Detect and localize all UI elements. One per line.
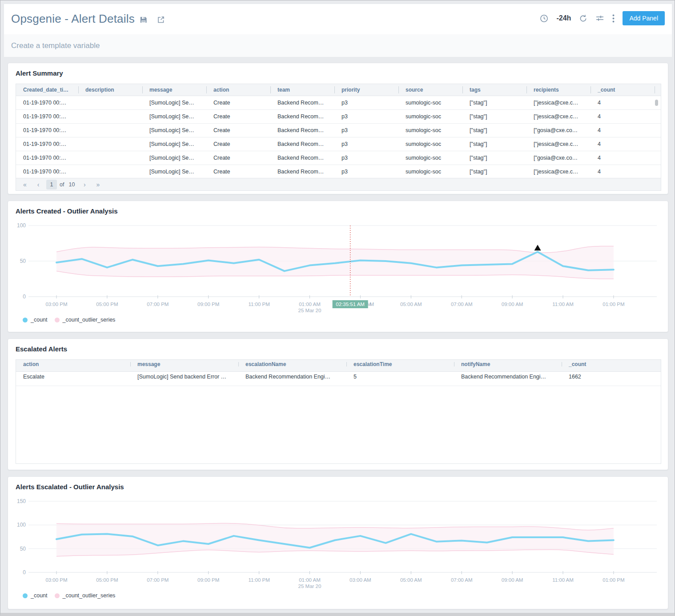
table-cell: [SumoLogic] Se… xyxy=(142,137,206,151)
alerts-escalated-outlier-panel: Alerts Escalated - Outlier Analysis 0501… xyxy=(8,476,668,609)
chart-canvas[interactable]: 05010015003:00 PM05:00 PM07:00 PM09:00 P… xyxy=(8,495,669,590)
table-row[interactable]: 01-19-1970 00:…[SumoLogic] Se…CreateBack… xyxy=(16,124,661,137)
table-scrollbar-thumb[interactable] xyxy=(655,100,658,106)
svg-text:07:00 AM: 07:00 AM xyxy=(451,302,473,307)
svg-text:05:00 AM: 05:00 AM xyxy=(400,302,422,307)
pagination-current-page[interactable]: 1 xyxy=(46,180,57,189)
svg-text:03:00 AM: 03:00 AM xyxy=(350,577,371,583)
chart-legend: _count _count_outlier_series xyxy=(23,317,115,323)
column-header-description[interactable]: description xyxy=(78,84,142,96)
column-header-team[interactable]: team xyxy=(270,84,334,96)
table-cell: ["jessica@cxe.c… xyxy=(526,110,591,123)
table-row[interactable]: 01-19-1970 00:…[SumoLogic] Se…CreateBack… xyxy=(16,110,661,124)
svg-text:25 Mar 20: 25 Mar 20 xyxy=(298,584,321,589)
column-header-tags[interactable]: tags xyxy=(462,84,526,96)
table-cell: 4 xyxy=(591,124,655,137)
column-header-escalationtime[interactable]: escalationTime xyxy=(346,360,454,369)
table-cell: [SumoLogic] Se… xyxy=(142,110,206,123)
escalated-alerts-table: actionmessageescalationNameescalationTim… xyxy=(16,359,661,464)
legend-item-outlier-series[interactable]: _count_outlier_series xyxy=(55,317,116,323)
column-header-action[interactable]: action xyxy=(206,84,270,96)
svg-text:50: 50 xyxy=(20,258,26,264)
svg-text:11:00 AM: 11:00 AM xyxy=(552,577,574,583)
pagination-last-button[interactable]: » xyxy=(92,180,103,189)
svg-text:07:00 PM: 07:00 PM xyxy=(147,302,169,307)
column-header-message[interactable]: message xyxy=(142,84,206,96)
svg-text:01:00 AM: 01:00 AM xyxy=(299,302,321,307)
table-row[interactable]: 01-19-1970 00:…[SumoLogic] Se…CreateBack… xyxy=(16,137,661,151)
pagination-next-button[interactable]: › xyxy=(79,180,90,189)
svg-text:01:00 AM: 01:00 AM xyxy=(299,577,321,583)
svg-text:0: 0 xyxy=(23,294,26,300)
svg-text:0: 0 xyxy=(23,569,26,576)
table-cell: ["jessica@cxe.c… xyxy=(526,165,591,178)
export-icon[interactable] xyxy=(157,16,165,24)
table-cell: Backend Recom… xyxy=(270,137,334,151)
table-cell: [SumoLogic] Se… xyxy=(142,165,206,178)
table-row[interactable]: Escalate[SumoLogic] Send backend Error …… xyxy=(16,372,661,386)
table-cell: 5 xyxy=(346,372,454,382)
alert-summary-table: Created_date_ti…descriptionmessageaction… xyxy=(16,84,661,191)
column-header-recipients[interactable]: recipients xyxy=(526,84,591,96)
kebab-menu-icon[interactable] xyxy=(612,14,615,23)
svg-text:150: 150 xyxy=(17,498,26,504)
table-cell: ["jessica@cxe.c… xyxy=(526,137,591,151)
svg-text:02:35:51 AM: 02:35:51 AM xyxy=(336,302,365,307)
column-header-notifyname[interactable]: notifyName xyxy=(454,360,562,369)
add-panel-button[interactable]: Add Panel xyxy=(623,11,665,25)
svg-text:05:00 PM: 05:00 PM xyxy=(96,302,118,307)
table-body: Escalate[SumoLogic] Send backend Error …… xyxy=(16,372,661,386)
table-cell: [SumoLogic] Send backend Error … xyxy=(130,372,238,382)
refresh-icon[interactable] xyxy=(579,14,587,23)
column-header-created-date-ti[interactable]: Created_date_ti… xyxy=(16,84,78,96)
legend-item-count[interactable]: _count xyxy=(23,317,48,323)
table-cell: ["jessica@cxe.c… xyxy=(526,96,591,109)
legend-item-count[interactable]: _count xyxy=(23,592,48,599)
clock-icon[interactable] xyxy=(540,14,548,23)
table-cell: 01-19-1970 00:… xyxy=(16,151,78,165)
table-cell: Create xyxy=(206,137,270,151)
panel-title: Alert Summary xyxy=(16,69,63,77)
save-icon[interactable] xyxy=(140,16,147,24)
chart-canvas[interactable]: 05010003:00 PM05:00 PM07:00 PM09:00 PM11… xyxy=(8,219,669,314)
column-header-source[interactable]: source xyxy=(398,84,462,96)
column-header-count[interactable]: _count xyxy=(562,360,661,369)
table-cell: [SumoLogic] Se… xyxy=(142,96,206,109)
legend-dot-pink xyxy=(55,593,60,598)
column-header-action[interactable]: action xyxy=(16,360,130,369)
escalated-alerts-panel: Escalated Alerts actionmessageescalation… xyxy=(8,338,668,470)
table-cell: ["gosia@cxe.co… xyxy=(526,151,591,165)
table-cell: Escalate xyxy=(16,372,130,382)
table-row[interactable]: 01-19-1970 00:…[SumoLogic] Se…CreateBack… xyxy=(16,165,661,179)
pagination-first-button[interactable]: « xyxy=(20,180,30,189)
column-header-count[interactable]: _count xyxy=(591,84,655,96)
table-cell: Backend Recommendation Engi… xyxy=(238,372,346,382)
time-range-value[interactable]: -24h xyxy=(556,14,571,22)
table-cell: 4 xyxy=(591,165,655,178)
legend-item-outlier-series[interactable]: _count_outlier_series xyxy=(55,592,116,599)
table-row[interactable]: 01-19-1970 00:…[SumoLogic] Se…CreateBack… xyxy=(16,151,661,165)
table-cell: 4 xyxy=(591,137,655,151)
table-cell xyxy=(78,151,142,165)
create-template-variable-button[interactable]: Create a template variable xyxy=(11,41,100,50)
sliders-icon[interactable] xyxy=(595,14,604,22)
table-cell: Backend Recom… xyxy=(270,151,334,165)
table-cell: [SumoLogic] Se… xyxy=(142,124,206,137)
row-gutter xyxy=(16,382,130,386)
column-header-priority[interactable]: priority xyxy=(334,84,398,96)
row-gutter xyxy=(655,137,662,151)
template-variable-bar: Create a template variable xyxy=(4,34,672,57)
pagination-prev-button[interactable]: ‹ xyxy=(33,180,44,189)
svg-text:09:00 PM: 09:00 PM xyxy=(197,577,219,583)
header-gutter xyxy=(655,84,662,96)
dashboard-page: Opsgenie - Alert Details -24h Add P xyxy=(0,0,675,616)
svg-text:01:00 PM: 01:00 PM xyxy=(603,302,624,307)
column-header-escalationname[interactable]: escalationName xyxy=(238,360,346,369)
svg-text:M: M xyxy=(370,302,374,307)
table-cell: Create xyxy=(206,96,270,109)
svg-text:03:00 PM: 03:00 PM xyxy=(45,577,67,583)
column-header-message[interactable]: message xyxy=(130,360,238,369)
table-row[interactable]: 01-19-1970 00:…[SumoLogic] Se…CreateBack… xyxy=(16,96,661,110)
table-cell: p3 xyxy=(334,110,398,123)
table-cell: Backend Recom… xyxy=(270,124,334,137)
